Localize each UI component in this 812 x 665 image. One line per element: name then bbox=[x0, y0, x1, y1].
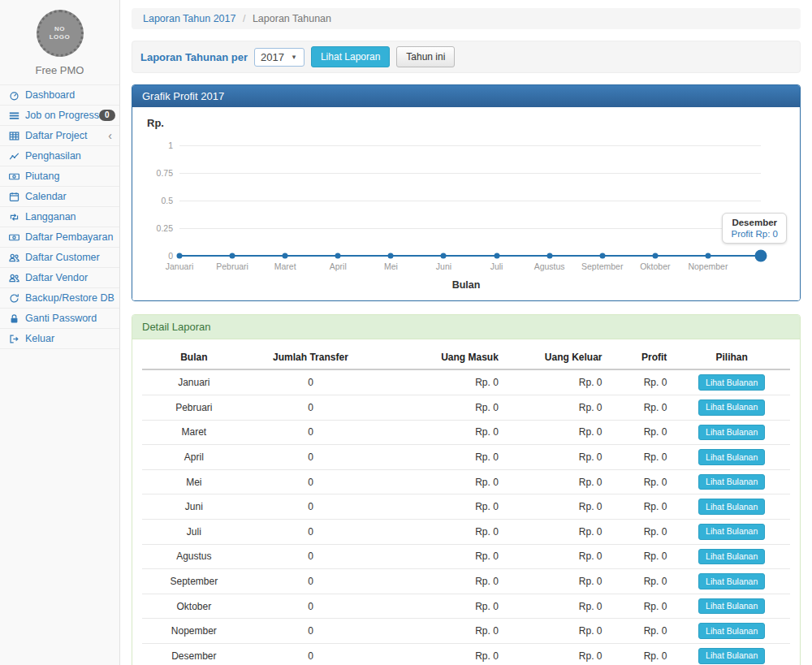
lihat-bulanan-button[interactable]: Lihat Bulanan bbox=[698, 648, 765, 664]
table-cell-action: Lihat Bulanan bbox=[673, 445, 790, 470]
sidebar-item-calendar[interactable]: Calendar bbox=[0, 187, 119, 207]
sidebar-item-label: Backup/Restore DB bbox=[25, 292, 114, 304]
table-cell-action: Lihat Bulanan bbox=[673, 395, 790, 420]
chart-data-point-agustus[interactable] bbox=[546, 253, 552, 259]
sidebar-item-label: Langganan bbox=[25, 211, 76, 222]
chart-data-point-maret[interactable] bbox=[283, 253, 288, 259]
sidebar-item-dashboard[interactable]: Dashboard bbox=[0, 85, 119, 106]
table-row-juni: Juni0Rp. 0Rp. 0Rp. 0Lihat Bulanan bbox=[142, 494, 790, 520]
sidebar-item-penghasilan[interactable]: Penghasilan bbox=[0, 146, 119, 166]
sidebar-item-daftar-customer[interactable]: Daftar Customer bbox=[0, 248, 119, 268]
sidebar-item-job-on-progress[interactable]: Job on Progress0 bbox=[0, 106, 119, 126]
chart-data-point-april[interactable] bbox=[335, 253, 341, 259]
breadcrumb: Laporan Tahun 2017 / Laporan Tahunan bbox=[132, 8, 801, 29]
table-row-oktober: Oktober0Rp. 0Rp. 0Rp. 0Lihat Bulanan bbox=[142, 594, 790, 619]
lihat-bulanan-button[interactable]: Lihat Bulanan bbox=[698, 425, 765, 441]
table-cell: Rp. 0 bbox=[505, 420, 609, 445]
table-row-desember: Desember0Rp. 0Rp. 0Rp. 0Lihat Bulanan bbox=[142, 643, 790, 665]
sidebar-item-label: Job on Progress bbox=[25, 110, 99, 121]
sidebar-item-backup-restore-db[interactable]: Backup/Restore DB bbox=[0, 288, 119, 309]
table-cell: Rp. 0 bbox=[505, 494, 609, 520]
table-cell: Rp. 0 bbox=[375, 643, 505, 665]
profit-series-line bbox=[179, 255, 761, 257]
lihat-bulanan-button[interactable]: Lihat Bulanan bbox=[698, 549, 765, 565]
lihat-bulanan-button[interactable]: Lihat Bulanan bbox=[698, 623, 765, 639]
year-select[interactable]: 2017 ▾ bbox=[254, 48, 304, 67]
table-cell: Rp. 0 bbox=[505, 395, 609, 420]
table-row-agustus: Agustus0Rp. 0Rp. 0Rp. 0Lihat Bulanan bbox=[142, 544, 790, 569]
sidebar-item-daftar-project[interactable]: Daftar Project‹ bbox=[0, 126, 119, 146]
sidebar-item-daftar-pembayaran[interactable]: Daftar Pembayaran bbox=[0, 227, 119, 248]
table-cell: Rp. 0 bbox=[609, 594, 674, 619]
table-cell-action: Lihat Bulanan bbox=[673, 519, 790, 544]
chart-data-point-desember[interactable] bbox=[755, 250, 767, 262]
column-header-bulan: Bulan bbox=[142, 346, 246, 369]
annual-report-filter: Laporan Tahunan per 2017 ▾ Lihat Laporan… bbox=[132, 41, 801, 73]
users-icon bbox=[7, 253, 21, 263]
chart-x-axis-title: Bulan bbox=[142, 279, 790, 291]
chart-gridline bbox=[179, 173, 761, 174]
chart-data-point-juli[interactable] bbox=[494, 253, 499, 259]
table-cell: Oktober bbox=[142, 594, 246, 619]
lihat-bulanan-button[interactable]: Lihat Bulanan bbox=[698, 474, 765, 490]
chart-x-tick-label: Januari bbox=[166, 261, 193, 271]
chart-data-point-juni[interactable] bbox=[441, 253, 447, 259]
sidebar-item-ganti-password[interactable]: Ganti Password bbox=[0, 309, 119, 329]
chart-x-tick-label: Mei bbox=[384, 261, 398, 271]
chart-data-point-nopember[interactable] bbox=[705, 253, 710, 259]
chart-data-point-mei[interactable] bbox=[388, 253, 394, 259]
lihat-bulanan-button[interactable]: Lihat Bulanan bbox=[698, 374, 765, 391]
lihat-bulanan-button[interactable]: Lihat Bulanan bbox=[698, 449, 765, 465]
lihat-bulanan-button[interactable]: Lihat Bulanan bbox=[698, 499, 765, 515]
lihat-laporan-button[interactable]: Lihat Laporan bbox=[311, 46, 390, 67]
sidebar: NO LOGO Free PMO DashboardJob on Progres… bbox=[0, 0, 120, 665]
chart-data-point-januari[interactable] bbox=[177, 253, 183, 259]
table-cell: Rp. 0 bbox=[375, 619, 505, 644]
chart-gridline bbox=[179, 201, 761, 201]
table-cell: Rp. 0 bbox=[375, 369, 505, 395]
lihat-bulanan-button[interactable]: Lihat Bulanan bbox=[698, 598, 765, 615]
lihat-bulanan-button[interactable]: Lihat Bulanan bbox=[698, 573, 765, 589]
table-cell: September bbox=[142, 569, 246, 594]
sidebar-item-langganan[interactable]: Langganan bbox=[0, 207, 119, 227]
chart-data-point-oktober[interactable] bbox=[652, 253, 658, 259]
breadcrumb-separator: / bbox=[243, 13, 245, 24]
chart-y-axis-title: Rp. bbox=[142, 117, 790, 129]
table-cell: Rp. 0 bbox=[609, 519, 674, 544]
table-cell: Rp. 0 bbox=[375, 569, 505, 594]
chart-x-tick-label: September bbox=[581, 261, 623, 271]
sidebar-item-piutang[interactable]: Piutang bbox=[0, 166, 119, 187]
gauge-icon bbox=[7, 90, 21, 101]
table-cell: 0 bbox=[246, 445, 376, 470]
table-cell: Mei bbox=[142, 469, 246, 494]
lihat-bulanan-button[interactable]: Lihat Bulanan bbox=[698, 524, 765, 540]
main-content: Laporan Tahun 2017 / Laporan Tahunan Lap… bbox=[120, 0, 812, 665]
table-cell: Rp. 0 bbox=[375, 494, 505, 520]
sidebar-item-label: Calendar bbox=[25, 191, 67, 202]
sidebar-item-label: Dashboard bbox=[25, 89, 75, 101]
logo-text-line1: NO bbox=[54, 25, 65, 33]
table-cell: Juni bbox=[142, 494, 246, 520]
table-cell-action: Lihat Bulanan bbox=[673, 619, 790, 644]
chart-x-tick-label: April bbox=[330, 261, 347, 271]
tahun-ini-button[interactable]: Tahun ini bbox=[396, 46, 455, 67]
breadcrumb-link-laporan-tahun[interactable]: Laporan Tahun 2017 bbox=[143, 13, 235, 24]
table-cell: Rp. 0 bbox=[609, 469, 674, 494]
sidebar-item-label: Ganti Password bbox=[25, 313, 97, 324]
chart-data-point-september[interactable] bbox=[599, 253, 605, 259]
table-cell: 0 bbox=[246, 643, 376, 665]
chart-data-point-pebruari[interactable] bbox=[230, 253, 235, 259]
lihat-bulanan-button[interactable]: Lihat Bulanan bbox=[698, 399, 765, 416]
table-cell: Pebruari bbox=[142, 395, 246, 420]
table-cell-action: Lihat Bulanan bbox=[673, 544, 790, 569]
table-cell: Rp. 0 bbox=[505, 643, 609, 665]
table-cell: 0 bbox=[246, 569, 376, 594]
table-cell: Rp. 0 bbox=[375, 544, 505, 569]
table-cell: Rp. 0 bbox=[505, 544, 609, 569]
chart-x-tick-label: Agustus bbox=[534, 261, 565, 271]
sidebar-item-keluar[interactable]: Keluar bbox=[0, 329, 119, 349]
table-cell: Rp. 0 bbox=[609, 369, 674, 395]
table-cell: Juli bbox=[142, 519, 246, 544]
sidebar-item-daftar-vendor[interactable]: Daftar Vendor bbox=[0, 268, 119, 288]
chart-icon bbox=[7, 151, 21, 162]
